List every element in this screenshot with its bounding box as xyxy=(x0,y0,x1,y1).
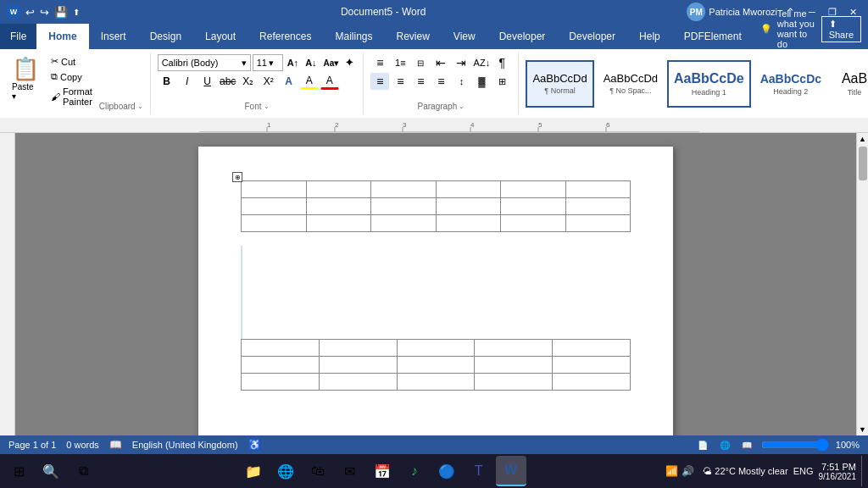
table-cell[interactable] xyxy=(397,357,475,374)
bullet-list-btn[interactable]: ≡ xyxy=(370,54,389,71)
table-cell[interactable] xyxy=(475,357,553,374)
tab-home[interactable]: Home xyxy=(36,24,88,49)
table-cell[interactable] xyxy=(565,198,631,215)
redo-btn[interactable]: ↪ xyxy=(40,6,49,19)
font-color-btn[interactable]: A xyxy=(320,73,339,90)
table-cell[interactable] xyxy=(319,357,397,374)
taskbar-store[interactable]: 🛍 xyxy=(303,456,333,486)
table-cell[interactable] xyxy=(501,198,566,215)
taskbar-calendar[interactable]: 📅 xyxy=(367,456,398,486)
table-1[interactable] xyxy=(241,180,631,232)
font-family-selector[interactable]: Calibri (Body) ▾ xyxy=(158,54,251,71)
document-scroll-area[interactable]: ⊕ xyxy=(15,133,856,435)
table-cell[interactable] xyxy=(306,181,371,198)
taskbar-edge[interactable]: 🌐 xyxy=(270,456,301,486)
table-cell[interactable] xyxy=(501,215,566,232)
table-cell[interactable] xyxy=(397,374,475,391)
borders-btn[interactable]: ⊞ xyxy=(492,73,511,90)
table-cell[interactable] xyxy=(242,198,307,215)
font-size-selector[interactable]: 11 ▾ xyxy=(253,54,283,71)
table-2[interactable] xyxy=(241,339,631,391)
volume-icon[interactable]: 🔊 xyxy=(682,465,694,477)
table-cell[interactable] xyxy=(319,374,397,391)
web-view-btn[interactable]: 🌐 xyxy=(717,439,732,451)
paragraph-label[interactable]: Paragraph ⌄ xyxy=(418,102,465,113)
start-button[interactable]: ⊞ xyxy=(3,456,34,486)
style-heading2[interactable]: AaBbCcDc Heading 2 xyxy=(754,60,828,108)
table-cell[interactable] xyxy=(553,374,631,391)
undo-btn[interactable]: ↩ xyxy=(25,6,35,19)
superscript-button[interactable]: X² xyxy=(259,73,278,90)
table-cell[interactable] xyxy=(553,357,631,374)
tab-pdfelement[interactable]: PDFElement xyxy=(672,24,754,49)
weather-info[interactable]: 🌤 22°C Mostly clear xyxy=(703,466,787,476)
scroll-up-btn[interactable]: ▲ xyxy=(857,133,869,145)
scroll-thumb[interactable] xyxy=(859,147,867,180)
print-view-btn[interactable]: 📄 xyxy=(695,439,710,451)
font-label[interactable]: Font ⌄ xyxy=(245,102,270,113)
italic-button[interactable]: I xyxy=(178,73,197,90)
tab-design[interactable]: Design xyxy=(138,24,193,49)
tab-insert[interactable]: Insert xyxy=(89,24,138,49)
table-cell[interactable] xyxy=(501,181,566,198)
table-cell[interactable] xyxy=(242,181,307,198)
sort-btn[interactable]: AZ↓ xyxy=(472,54,491,71)
table-cell[interactable] xyxy=(553,340,631,357)
format-painter-button[interactable]: 🖌 Format Painter xyxy=(47,85,96,108)
table-cell[interactable] xyxy=(319,340,397,357)
paragraph-expand-icon[interactable]: ⌄ xyxy=(459,103,465,110)
font-increase-btn[interactable]: A↑ xyxy=(285,57,301,69)
clipboard-label[interactable]: Clipboard ⌄ xyxy=(99,102,143,113)
tab-file[interactable]: File xyxy=(0,24,36,49)
read-view-btn[interactable]: 📖 xyxy=(739,439,754,451)
table-cell[interactable] xyxy=(306,198,371,215)
tell-me-input[interactable]: Tell me what you want to do xyxy=(777,8,816,49)
font-expand-icon[interactable]: ⌄ xyxy=(264,103,270,110)
decrease-indent-btn[interactable]: ⇤ xyxy=(431,54,450,71)
table-cell[interactable] xyxy=(242,374,320,391)
table-cell[interactable] xyxy=(436,181,501,198)
table-cell[interactable] xyxy=(436,215,501,232)
show-marks-btn[interactable]: ¶ xyxy=(492,54,511,71)
table-cell[interactable] xyxy=(242,215,307,232)
table-cell[interactable] xyxy=(371,181,437,198)
table-move-handle[interactable]: ⊕ xyxy=(232,172,242,182)
spellcheck-icon[interactable]: 📖 xyxy=(109,439,122,451)
table-cell[interactable] xyxy=(242,340,320,357)
table-cell[interactable] xyxy=(397,340,475,357)
taskbar-spotify[interactable]: ♪ xyxy=(399,456,430,486)
align-left-btn[interactable]: ≡ xyxy=(370,73,389,90)
highlight-btn[interactable]: A xyxy=(300,73,319,90)
taskbar-chrome[interactable]: 🔵 xyxy=(431,456,462,486)
clipboard-expand-icon[interactable]: ⌄ xyxy=(137,103,143,110)
align-center-btn[interactable]: ≡ xyxy=(391,73,409,90)
increase-indent-btn[interactable]: ⇥ xyxy=(452,54,470,71)
copy-button[interactable]: ⧉ Copy xyxy=(47,69,96,84)
vertical-scrollbar[interactable]: ▲ ▼ xyxy=(856,133,868,435)
tab-developer1[interactable]: Developer xyxy=(487,24,558,49)
style-title[interactable]: AaB Title xyxy=(831,60,868,108)
multilevel-list-btn[interactable]: ⊟ xyxy=(411,54,430,71)
subscript-button[interactable]: X₂ xyxy=(239,73,258,90)
task-view-btn[interactable]: ⧉ xyxy=(68,456,98,486)
clear-format-btn[interactable]: ✦ xyxy=(342,56,356,69)
table-cell[interactable] xyxy=(475,340,553,357)
zoom-slider[interactable] xyxy=(761,440,829,450)
table-cell[interactable] xyxy=(371,198,437,215)
align-right-btn[interactable]: ≡ xyxy=(411,73,430,90)
table-cell[interactable] xyxy=(565,215,631,232)
bold-button[interactable]: B xyxy=(158,73,176,90)
taskbar-explorer[interactable]: 📁 xyxy=(238,456,269,486)
underline-button[interactable]: U xyxy=(198,73,217,90)
tab-review[interactable]: Review xyxy=(384,24,441,49)
scroll-down-btn[interactable]: ▼ xyxy=(857,424,869,435)
table-cell[interactable] xyxy=(242,357,320,374)
style-normal[interactable]: AaBbCcDd ¶ Normal xyxy=(526,60,593,108)
share-btn[interactable]: ⬆ Share xyxy=(821,16,861,42)
text-effect-btn[interactable]: A xyxy=(280,73,298,90)
font-decrease-btn[interactable]: A↓ xyxy=(303,57,319,69)
shading-btn[interactable]: ▓ xyxy=(472,73,491,90)
style-no-spacing[interactable]: AaBbCcDd ¶ No Spac... xyxy=(597,60,665,108)
style-heading1[interactable]: AaBbCcDe Heading 1 xyxy=(667,60,751,108)
tab-developer2[interactable]: Developer xyxy=(557,24,627,49)
